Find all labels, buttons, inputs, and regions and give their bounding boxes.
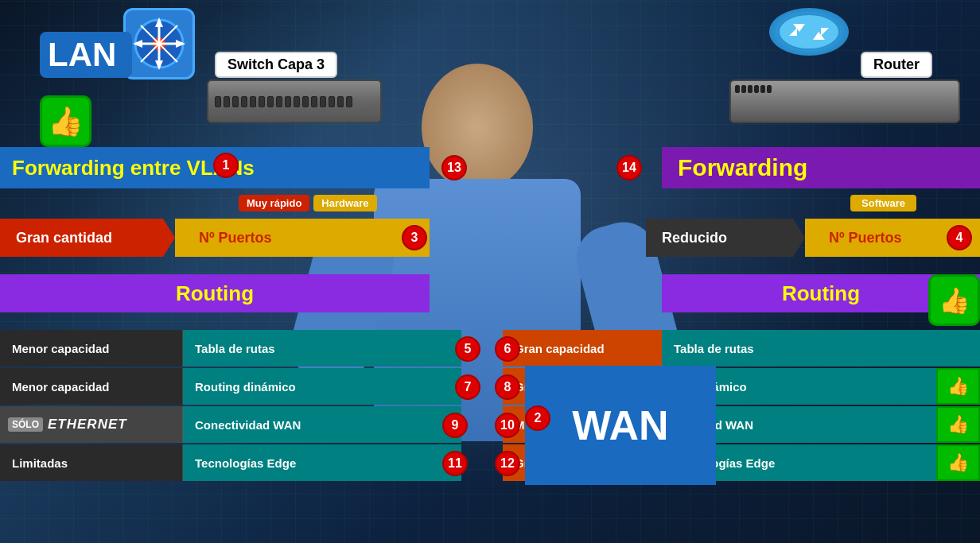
port [741,85,746,93]
switch-hardware [207,80,382,123]
lan-label: LAN [40,32,132,78]
forwarding-text: Forwarding [678,154,807,181]
muy-rapido-tag: Muy rápido [239,195,309,211]
port [748,85,752,93]
row-tabla-left: Menor capacidad Tabla de rutas [0,330,461,367]
switch-capa3-label: Switch Capa 3 [215,52,337,78]
wan-text: WAN [572,401,668,449]
router-label: Router [861,52,932,78]
thumbs-row-tecnologias: 👍 [936,444,980,481]
thumbs-up-left: 👍 [40,95,91,147]
port [329,96,335,107]
router-disk [769,8,849,56]
gran-capacidad-cell-1: Gran capacidad [503,330,662,367]
port [735,85,740,93]
menor-capacidad-cell-1: Menor capacidad [0,330,183,367]
port [337,96,344,107]
badge-4: 4 [947,225,972,250]
port [320,96,326,107]
badge-6: 6 [495,336,520,362]
tabla-rutas-cell-left: Tabla de rutas [183,330,461,367]
port [311,96,317,107]
puertos-left-cell: Nº Puertos [175,219,430,257]
port [224,96,230,107]
port [267,96,274,107]
tecnologias-edge-cell-left: Tecnologías Edge [183,444,461,481]
port [767,85,772,93]
badge-10: 10 [495,413,520,438]
badge-12: 12 [495,451,520,476]
badge-2: 2 [525,405,550,431]
thumbs-row-conectividad: 👍 [936,406,980,443]
menor-capacidad-cell-2: Menor capacidad [0,368,183,405]
speed-tags: Muy rápido Hardware [239,195,377,211]
port [294,96,300,107]
port [241,96,247,107]
port [285,96,291,107]
badge-13: 13 [441,155,467,180]
thumbs-row-routing-din: 👍 [936,368,980,405]
badge-1: 1 [213,153,239,178]
thumbs-up-routing-right: 👍 [928,274,980,326]
reducido-cell: Reducido [646,219,805,257]
port [276,96,282,107]
row-conectividad-left: SÓLO ETHERNET Conectividad WAN [0,406,461,443]
badge-9: 9 [442,413,468,438]
router-hardware [729,80,960,123]
forwarding-bar: Forwarding [662,147,980,188]
gran-cantidad-cell: Gran cantidad [0,219,175,257]
row-routing-din-left: Menor capacidad Routing dinámico [0,368,461,405]
port [215,96,221,107]
router-icon-area [769,8,857,72]
port [760,85,765,93]
hardware-tag: Hardware [313,195,376,211]
svg-point-10 [779,14,839,49]
port [232,96,239,107]
ports-row-right: Reducido Nº Puertos [646,219,980,257]
port [250,96,256,107]
routing-left-bar: Routing [0,274,430,312]
badge-11: 11 [442,451,468,476]
solo-ethernet-cell: SÓLO ETHERNET [0,406,183,443]
row-tabla-right: Gran capacidad Tabla de rutas [503,330,980,367]
port [302,96,309,107]
routing-left-text: Routing [176,281,254,306]
port [754,85,759,93]
port [346,96,352,107]
main-container: LAN 👍 Switch Capa 3 [0,0,980,543]
badge-14: 14 [616,155,642,180]
port [259,96,265,107]
limitadas-cell: Limitadas [0,444,183,481]
wan-overlay: WAN [525,366,716,485]
conectividad-wan-cell-left: Conectividad WAN [183,406,461,443]
routing-din-cell-left: Routing dinámico [183,368,461,405]
badge-3: 3 [402,225,427,250]
row-tecnologias-left: Limitadas Tecnologías Edge [0,444,461,481]
software-tag: Software [850,195,916,211]
lan-icon [123,8,195,80]
tabla-rutas-cell-right: Tabla de rutas [662,330,980,367]
routing-right-text: Routing [782,281,860,306]
ports-row-left: Gran cantidad Nº Puertos [0,219,430,257]
badge-7: 7 [455,374,480,400]
badge-5: 5 [455,336,480,362]
badge-8: 8 [495,374,520,400]
